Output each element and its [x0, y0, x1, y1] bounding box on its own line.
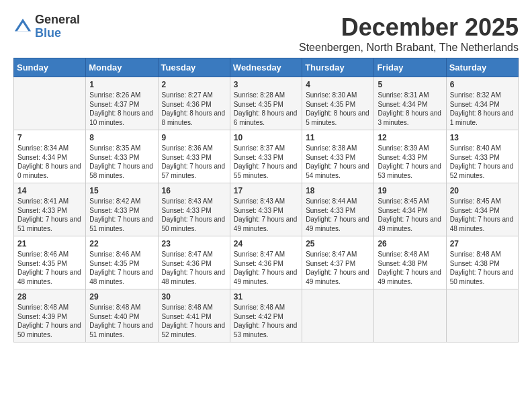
- logo-icon: [13, 17, 32, 36]
- calendar-cell: 29Sunrise: 8:48 AMSunset: 4:40 PMDayligh…: [86, 289, 158, 342]
- calendar-week-row: 7Sunrise: 8:34 AMSunset: 4:34 PMDaylight…: [14, 130, 519, 183]
- day-info: Sunrise: 8:34 AMSunset: 4:34 PMDaylight:…: [17, 144, 82, 180]
- day-number: 10: [234, 133, 298, 142]
- logo-text: General Blue: [35, 13, 80, 40]
- day-number: 4: [306, 80, 370, 89]
- day-number: 31: [234, 292, 298, 302]
- day-info: Sunrise: 8:48 AMSunset: 4:42 PMDaylight:…: [234, 303, 298, 339]
- calendar-cell: 20Sunrise: 8:45 AMSunset: 4:34 PMDayligh…: [446, 183, 518, 236]
- calendar-cell: 30Sunrise: 8:48 AMSunset: 4:41 PMDayligh…: [158, 289, 230, 342]
- calendar-cell: 21Sunrise: 8:46 AMSunset: 4:35 PMDayligh…: [14, 236, 86, 289]
- title-area: December 2025 Steenbergen, North Brabant…: [299, 13, 519, 54]
- header: General Blue December 2025 Steenbergen, …: [13, 13, 519, 54]
- day-info: Sunrise: 8:48 AMSunset: 4:40 PMDaylight:…: [89, 303, 154, 339]
- calendar-cell: 27Sunrise: 8:48 AMSunset: 4:38 PMDayligh…: [446, 236, 518, 289]
- calendar-cell: 28Sunrise: 8:48 AMSunset: 4:39 PMDayligh…: [14, 289, 86, 342]
- day-number: 15: [89, 186, 154, 195]
- calendar-cell: 11Sunrise: 8:38 AMSunset: 4:33 PMDayligh…: [302, 130, 374, 183]
- day-number: 16: [162, 186, 226, 195]
- day-info: Sunrise: 8:28 AMSunset: 4:35 PMDaylight:…: [234, 91, 298, 127]
- calendar-cell: 31Sunrise: 8:48 AMSunset: 4:42 PMDayligh…: [230, 289, 302, 342]
- calendar-cell: 6Sunrise: 8:32 AMSunset: 4:34 PMDaylight…: [446, 77, 518, 130]
- day-info: Sunrise: 8:45 AMSunset: 4:34 PMDaylight:…: [450, 197, 515, 233]
- calendar-cell: 24Sunrise: 8:47 AMSunset: 4:36 PMDayligh…: [230, 236, 302, 289]
- day-number: 19: [378, 186, 442, 195]
- day-number: 18: [306, 186, 370, 195]
- weekday-header-row: SundayMondayTuesdayWednesdayThursdayFrid…: [14, 58, 519, 77]
- day-number: 8: [89, 133, 154, 142]
- calendar-cell: 3Sunrise: 8:28 AMSunset: 4:35 PMDaylight…: [230, 77, 302, 130]
- calendar-cell: 25Sunrise: 8:47 AMSunset: 4:37 PMDayligh…: [302, 236, 374, 289]
- day-number: 21: [17, 239, 82, 248]
- weekday-header-saturday: Saturday: [446, 58, 518, 77]
- day-info: Sunrise: 8:44 AMSunset: 4:33 PMDaylight:…: [306, 197, 370, 233]
- day-info: Sunrise: 8:45 AMSunset: 4:34 PMDaylight:…: [378, 197, 442, 233]
- calendar-cell: 15Sunrise: 8:42 AMSunset: 4:33 PMDayligh…: [86, 183, 158, 236]
- day-info: Sunrise: 8:47 AMSunset: 4:36 PMDaylight:…: [162, 250, 226, 286]
- day-info: Sunrise: 8:32 AMSunset: 4:34 PMDaylight:…: [450, 91, 515, 127]
- day-number: 6: [450, 80, 515, 89]
- calendar-week-row: 21Sunrise: 8:46 AMSunset: 4:35 PMDayligh…: [14, 236, 519, 289]
- calendar-cell: 2Sunrise: 8:27 AMSunset: 4:36 PMDaylight…: [158, 77, 230, 130]
- calendar-cell: 17Sunrise: 8:43 AMSunset: 4:33 PMDayligh…: [230, 183, 302, 236]
- calendar-body: 1Sunrise: 8:26 AMSunset: 4:37 PMDaylight…: [14, 77, 519, 342]
- day-number: 13: [450, 133, 515, 142]
- day-number: 2: [162, 80, 226, 89]
- day-info: Sunrise: 8:42 AMSunset: 4:33 PMDaylight:…: [89, 197, 154, 233]
- calendar-cell: 12Sunrise: 8:39 AMSunset: 4:33 PMDayligh…: [374, 130, 446, 183]
- day-number: 29: [89, 292, 154, 302]
- calendar-cell: [14, 77, 86, 130]
- weekday-header-wednesday: Wednesday: [230, 58, 302, 77]
- calendar-cell: 23Sunrise: 8:47 AMSunset: 4:36 PMDayligh…: [158, 236, 230, 289]
- calendar-cell: [302, 289, 374, 342]
- day-info: Sunrise: 8:35 AMSunset: 4:33 PMDaylight:…: [89, 144, 154, 180]
- day-info: Sunrise: 8:47 AMSunset: 4:37 PMDaylight:…: [306, 250, 370, 286]
- calendar-cell: [374, 289, 446, 342]
- day-info: Sunrise: 8:27 AMSunset: 4:36 PMDaylight:…: [162, 91, 226, 127]
- calendar-cell: 9Sunrise: 8:36 AMSunset: 4:33 PMDaylight…: [158, 130, 230, 183]
- weekday-header-friday: Friday: [374, 58, 446, 77]
- day-info: Sunrise: 8:30 AMSunset: 4:35 PMDaylight:…: [306, 91, 370, 127]
- calendar-cell: 19Sunrise: 8:45 AMSunset: 4:34 PMDayligh…: [374, 183, 446, 236]
- day-number: 5: [378, 80, 442, 89]
- day-number: 22: [89, 239, 154, 248]
- weekday-header-monday: Monday: [86, 58, 158, 77]
- day-number: 27: [450, 239, 515, 248]
- day-info: Sunrise: 8:36 AMSunset: 4:33 PMDaylight:…: [162, 144, 226, 180]
- weekday-header-sunday: Sunday: [14, 58, 86, 77]
- calendar-cell: 22Sunrise: 8:46 AMSunset: 4:35 PMDayligh…: [86, 236, 158, 289]
- day-info: Sunrise: 8:26 AMSunset: 4:37 PMDaylight:…: [89, 91, 154, 127]
- day-info: Sunrise: 8:31 AMSunset: 4:34 PMDaylight:…: [378, 91, 442, 127]
- calendar-cell: 8Sunrise: 8:35 AMSunset: 4:33 PMDaylight…: [86, 130, 158, 183]
- day-info: Sunrise: 8:47 AMSunset: 4:36 PMDaylight:…: [234, 250, 298, 286]
- calendar-cell: 13Sunrise: 8:40 AMSunset: 4:33 PMDayligh…: [446, 130, 518, 183]
- logo-blue-label: Blue: [35, 27, 80, 40]
- day-number: 26: [378, 239, 442, 248]
- day-info: Sunrise: 8:48 AMSunset: 4:38 PMDaylight:…: [378, 250, 442, 286]
- calendar-cell: 4Sunrise: 8:30 AMSunset: 4:35 PMDaylight…: [302, 77, 374, 130]
- calendar-cell: 16Sunrise: 8:43 AMSunset: 4:33 PMDayligh…: [158, 183, 230, 236]
- day-number: 30: [162, 292, 226, 302]
- day-number: 28: [17, 292, 82, 302]
- logo: General Blue: [13, 13, 80, 40]
- subtitle: Steenbergen, North Brabant, The Netherla…: [299, 42, 519, 54]
- day-number: 14: [17, 186, 82, 195]
- day-number: 7: [17, 133, 82, 142]
- calendar-cell: 7Sunrise: 8:34 AMSunset: 4:34 PMDaylight…: [14, 130, 86, 183]
- day-number: 9: [162, 133, 226, 142]
- calendar-cell: 5Sunrise: 8:31 AMSunset: 4:34 PMDaylight…: [374, 77, 446, 130]
- day-info: Sunrise: 8:48 AMSunset: 4:38 PMDaylight:…: [450, 250, 515, 286]
- day-number: 20: [450, 186, 515, 195]
- day-info: Sunrise: 8:43 AMSunset: 4:33 PMDaylight:…: [234, 197, 298, 233]
- calendar-cell: 14Sunrise: 8:41 AMSunset: 4:33 PMDayligh…: [14, 183, 86, 236]
- calendar-cell: 10Sunrise: 8:37 AMSunset: 4:33 PMDayligh…: [230, 130, 302, 183]
- day-number: 1: [89, 80, 154, 89]
- logo-general-label: General: [35, 13, 80, 27]
- calendar-header: SundayMondayTuesdayWednesdayThursdayFrid…: [14, 58, 519, 77]
- day-number: 17: [234, 186, 298, 195]
- day-number: 24: [234, 239, 298, 248]
- weekday-header-thursday: Thursday: [302, 58, 374, 77]
- calendar-cell: 26Sunrise: 8:48 AMSunset: 4:38 PMDayligh…: [374, 236, 446, 289]
- day-info: Sunrise: 8:48 AMSunset: 4:41 PMDaylight:…: [162, 303, 226, 339]
- day-info: Sunrise: 8:37 AMSunset: 4:33 PMDaylight:…: [234, 144, 298, 180]
